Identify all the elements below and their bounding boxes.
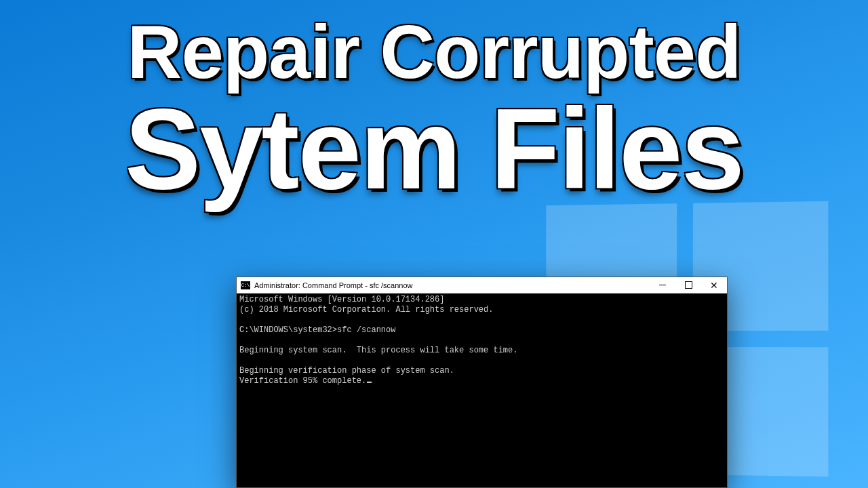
terminal-cursor: [367, 382, 372, 383]
window-titlebar[interactable]: C:\ Administrator: Command Prompt - sfc …: [237, 277, 727, 293]
close-button[interactable]: ✕: [701, 277, 727, 293]
terminal-line: Verification 95% complete.: [239, 376, 366, 386]
headline-line1: Repair Corrupted: [0, 12, 868, 92]
headline-line2: Sytem Files: [0, 92, 868, 206]
minimize-button[interactable]: [650, 277, 675, 293]
command-prompt-window: C:\ Administrator: Command Prompt - sfc …: [236, 277, 728, 488]
cmd-icon: C:\: [241, 281, 250, 289]
terminal-body[interactable]: Microsoft Windows [Version 10.0.17134.28…: [237, 293, 727, 487]
maximize-button[interactable]: [675, 277, 701, 293]
terminal-line: Microsoft Windows [Version 10.0.17134.28…: [239, 295, 444, 304]
terminal-line: C:\WINDOWS\system32>sfc /scannow: [239, 325, 395, 335]
desktop-background: Repair Corrupted Sytem Files C:\ Adminis…: [0, 0, 868, 488]
terminal-line: Beginning verification phase of system s…: [239, 366, 454, 375]
terminal-line: (c) 2018 Microsoft Corporation. All righ…: [239, 305, 493, 314]
terminal-line: Beginning system scan. This process will…: [239, 346, 517, 355]
window-title: Administrator: Command Prompt - sfc /sca…: [254, 281, 413, 289]
headline-overlay: Repair Corrupted Sytem Files: [0, 12, 868, 206]
